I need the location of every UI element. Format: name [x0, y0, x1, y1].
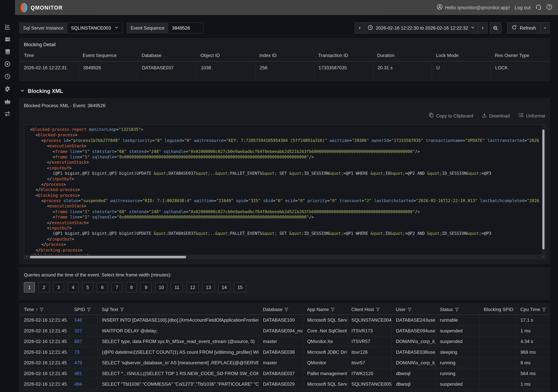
table-cell: 479 [70, 357, 97, 368]
timeframe-button-7[interactable]: 7 [112, 282, 122, 293]
spid-link[interactable]: 327 [74, 328, 82, 333]
sidebar-item-license[interactable] [3, 97, 12, 107]
sort-asc-icon[interactable]: ↑ [36, 307, 38, 312]
table-cell: suspended [436, 379, 480, 390]
timeframe-button-9[interactable]: 9 [141, 282, 152, 293]
copy-to-clipboard-button[interactable]: Copy to Clipboard [429, 113, 473, 119]
column-header-database[interactable]: Database [259, 304, 303, 315]
table-row[interactable]: 2026-02-16 12:21:45327WAITFOR DELAY @del… [20, 325, 549, 336]
xml-code-line: <process status="suspended" waitresource… [30, 198, 540, 204]
filter-funnel-icon[interactable] [284, 307, 289, 312]
sidebar-item-databases[interactable] [3, 48, 12, 57]
timeframe-button-5[interactable]: 5 [82, 282, 93, 293]
timeframe-button-3[interactable]: 3 [53, 282, 64, 293]
xml-code-line: <blocked-process> [30, 132, 540, 138]
table-row[interactable]: 2026-02-16 12:21:45146INSERT INTO [DATAB… [20, 315, 549, 325]
table-cell: 2026-02-16 12:21:45 [20, 336, 70, 347]
table-cell: DATABASE094user [392, 325, 436, 336]
table-row[interactable]: 2026-02-16 12:21:45687SELECT type, data … [20, 336, 549, 347]
table-cell: SQLINSTANCE005 [347, 379, 392, 390]
filter-funnel-icon[interactable] [39, 307, 44, 312]
horizontal-scrollbar-thumb[interactable] [30, 256, 186, 258]
filter-funnel-icon[interactable] [407, 307, 412, 312]
time-range-picker[interactable]: 2026-02-16 12:22:30 to 2026-02-16 12:22:… [364, 22, 478, 33]
sidebar-item-servers[interactable] [3, 35, 12, 44]
zoom-out-button[interactable] [490, 22, 502, 33]
spid-link[interactable]: 146 [74, 317, 82, 323]
timeframe-button-12[interactable]: 12 [186, 282, 199, 293]
logout-button[interactable]: Log out [514, 5, 531, 10]
spid-link[interactable]: 73 [74, 349, 79, 355]
column-header-cpu-time[interactable]: Cpu Time [516, 304, 549, 315]
table-row[interactable]: 2026-02-16 12:21:4573(@P0 datetime2)SELE… [20, 347, 549, 357]
timeframe-button-2[interactable]: 2 [38, 282, 50, 293]
scroll-left-arrow[interactable]: ‹ [25, 254, 27, 258]
sequence-input[interactable] [172, 25, 200, 31]
column-header-spid[interactable]: SPID [70, 304, 97, 315]
xml-code-line: <inputbuf> [30, 165, 540, 171]
column-header-status[interactable]: Status [436, 304, 480, 315]
blocking-xml-toggle[interactable]: Blocking XML [20, 87, 550, 95]
scroll-right-arrow[interactable]: › [542, 254, 544, 258]
sidebar-item-history[interactable] [3, 73, 12, 82]
xml-code-line: <blocked-process-report monitorLoop="132… [30, 127, 540, 132]
support-headset-icon[interactable] [535, 4, 542, 11]
sequence-input-wrap [168, 22, 204, 33]
timeframe-button-11[interactable]: 11 [171, 282, 183, 293]
help-icon[interactable] [546, 4, 552, 11]
table-cell [480, 336, 516, 347]
timeframe-button-14[interactable]: 14 [218, 282, 230, 293]
vertical-scrollbar-thumb[interactable] [542, 130, 544, 250]
horizontal-scrollbar[interactable]: ‹ › [24, 255, 545, 259]
column-header-app-name[interactable]: App Name [303, 304, 347, 315]
instance-select[interactable]: SQLINSTANCE003 [67, 22, 122, 33]
spid-link[interactable]: 687 [74, 339, 82, 344]
timeframe-button-6[interactable]: 6 [97, 282, 108, 293]
spid-link[interactable]: 479 [74, 360, 82, 365]
timeframe-button-1[interactable]: 1 [24, 282, 35, 293]
column-header-blocking-spid[interactable]: Blocking SPID [480, 304, 516, 315]
time-range-back-button[interactable] [355, 22, 365, 33]
download-button[interactable]: Download [482, 113, 510, 119]
refresh-interval-dropdown[interactable] [540, 22, 550, 33]
table-row[interactable]: 2026-02-16 12:21:45481SELECT * , ISNULL(… [20, 368, 549, 379]
logo[interactable]: QMONITOR [21, 3, 63, 12]
bd-column-header: Duration [373, 50, 432, 61]
filter-funnel-icon[interactable] [331, 307, 335, 312]
table-cell: SELECT * , ISNULL((SELECT TOP 1 RS.NEW_C… [97, 368, 259, 379]
timeframe-button-13[interactable]: 13 [202, 282, 215, 293]
filter-funnel-icon[interactable] [87, 307, 91, 312]
time-range-forward-button[interactable] [478, 22, 488, 33]
timeframe-button-8[interactable]: 8 [126, 282, 137, 293]
column-header-sql-text[interactable]: Sql Text [97, 304, 259, 315]
table-cell: DATABASE100 [259, 315, 303, 325]
timeframe-button-15[interactable]: 15 [234, 282, 246, 293]
filter-funnel-icon[interactable] [542, 307, 546, 312]
column-header-time[interactable]: Time↑ [20, 304, 70, 315]
column-header-client-host[interactable]: Client Host [347, 304, 392, 315]
action-label: Unformat [526, 113, 545, 118]
unformat-button[interactable]: Unformat [518, 113, 545, 119]
filter-funnel-icon[interactable] [515, 307, 516, 312]
xml-code-line: <frame line="1" sqlhandle="0x00000000000… [30, 215, 540, 220]
table-cell: QMonitor.Xe [303, 336, 347, 347]
vertical-scrollbar[interactable] [542, 125, 545, 255]
column-header-user[interactable]: User [392, 304, 436, 315]
timeframe-button-4[interactable]: 4 [68, 282, 78, 293]
blocked-process-xml-panel: Blocked Process XML - Event: 3849526 Cop… [19, 98, 550, 264]
sidebar-item-settings[interactable] [3, 85, 12, 94]
sidebar-item-charts[interactable] [3, 23, 12, 32]
sidebar-item-monitoring[interactable] [3, 60, 12, 69]
table-row[interactable]: 2026-02-16 12:21:45479SELECT 'sqlserver_… [20, 357, 549, 368]
refresh-button[interactable]: Refresh [507, 22, 541, 33]
spid-link[interactable]: 494 [74, 381, 82, 387]
table-row[interactable]: 2026-02-16 12:21:45494SELECT "Tbl1036"."… [20, 379, 549, 390]
filter-funnel-icon[interactable] [455, 307, 459, 312]
sidebar-item-transfer[interactable] [3, 110, 12, 119]
clock-icon [368, 25, 373, 31]
spid-link[interactable]: 481 [74, 371, 82, 376]
filter-funnel-icon[interactable] [120, 307, 124, 312]
timeframe-button-10[interactable]: 10 [155, 282, 167, 293]
filter-funnel-icon[interactable] [376, 307, 380, 312]
table-cell: Microsoft JDBC Drive [303, 347, 347, 357]
